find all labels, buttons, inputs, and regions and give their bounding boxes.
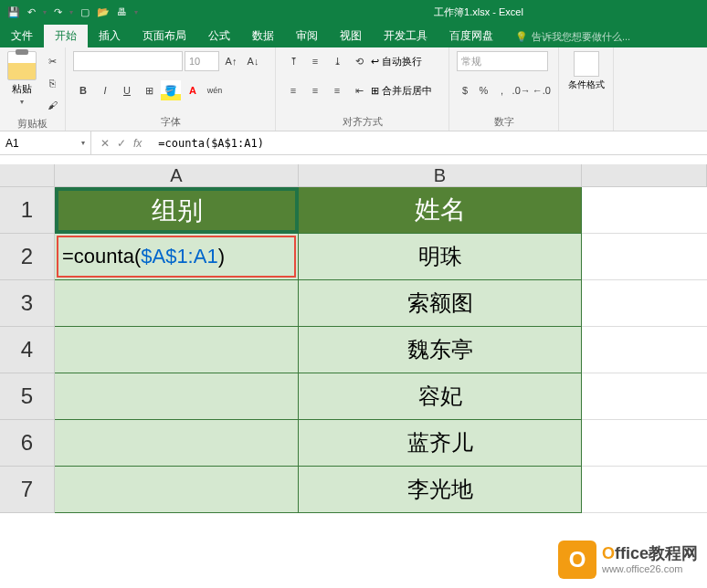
row-header[interactable]: 3: [0, 280, 55, 327]
cell-b4[interactable]: 魏东亭: [299, 327, 582, 373]
align-right-icon[interactable]: ≡: [327, 80, 347, 100]
increase-font-icon[interactable]: A↑: [221, 51, 241, 71]
cell-a6[interactable]: [55, 420, 299, 467]
currency-icon[interactable]: $: [457, 80, 473, 100]
clipboard-label: 剪贴板: [7, 115, 58, 131]
new-icon[interactable]: ▢: [80, 6, 90, 18]
number-format-select[interactable]: [457, 51, 548, 71]
italic-button[interactable]: I: [95, 80, 115, 100]
formula-input[interactable]: =counta($A$1:A1): [151, 137, 707, 150]
alignment-label: 对齐方式: [283, 113, 441, 129]
fill-color-button[interactable]: 🪣: [161, 80, 181, 100]
copy-icon[interactable]: ⎘: [42, 73, 62, 93]
open-icon[interactable]: 📂: [97, 6, 110, 18]
cell-a7[interactable]: [55, 467, 299, 513]
align-middle-icon[interactable]: ≡: [305, 51, 325, 71]
cell-c2[interactable]: [582, 234, 707, 280]
table-row: 3 索额图: [0, 280, 707, 327]
row-header[interactable]: 1: [0, 187, 55, 234]
select-all-corner[interactable]: [0, 164, 55, 187]
row-header[interactable]: 7: [0, 467, 55, 513]
decrease-font-icon[interactable]: A↓: [243, 51, 263, 71]
tab-review[interactable]: 审阅: [285, 25, 329, 47]
tab-data[interactable]: 数据: [241, 25, 285, 47]
cell-c6[interactable]: [582, 420, 707, 467]
tell-me[interactable]: 💡 告诉我您想要做什么...: [504, 26, 641, 47]
font-name-select[interactable]: [73, 51, 183, 71]
tab-home[interactable]: 开始: [44, 25, 88, 47]
redo-dropdown[interactable]: ▾: [69, 8, 73, 16]
cell-c1[interactable]: [582, 187, 707, 234]
row-header[interactable]: 4: [0, 327, 55, 373]
tab-baidu[interactable]: 百度网盘: [438, 25, 504, 47]
name-box[interactable]: A1 ▾: [0, 131, 91, 154]
cell-b7[interactable]: 李光地: [299, 467, 582, 513]
name-box-dropdown[interactable]: ▾: [81, 139, 85, 147]
cell-b5[interactable]: 容妃: [299, 373, 582, 420]
formula-bar: A1 ▾ ✕ ✓ fx =counta($A$1:A1): [0, 131, 707, 155]
watermark-logo-icon: O: [558, 541, 596, 579]
cell-a1[interactable]: 组别: [55, 187, 299, 234]
save-icon[interactable]: 💾: [7, 6, 20, 18]
cell-b1[interactable]: 姓名: [299, 187, 582, 234]
decrease-decimal-icon[interactable]: ←.0: [533, 80, 551, 100]
font-color-button[interactable]: A: [183, 80, 203, 100]
orientation-icon[interactable]: ⟲: [349, 51, 369, 71]
bold-button[interactable]: B: [73, 80, 93, 100]
underline-button[interactable]: U: [117, 80, 137, 100]
border-button[interactable]: ⊞: [139, 80, 159, 100]
redo-icon[interactable]: ↷: [54, 6, 62, 18]
row-header[interactable]: 6: [0, 420, 55, 467]
align-left-icon[interactable]: ≡: [283, 80, 303, 100]
cell-a2[interactable]: =counta($A$1:A1): [55, 234, 299, 280]
col-header-a[interactable]: A: [55, 164, 299, 187]
wrap-icon: ↩: [371, 56, 379, 68]
qat-customize[interactable]: ▾: [134, 8, 138, 16]
table-row: 7 李光地: [0, 467, 707, 513]
font-size-select[interactable]: [185, 51, 219, 71]
merge-button[interactable]: ⊞ 合并后居中: [371, 80, 432, 100]
col-header-b[interactable]: B: [299, 164, 582, 187]
merge-icon: ⊞: [371, 85, 379, 97]
align-center-icon[interactable]: ≡: [305, 80, 325, 100]
format-painter-icon[interactable]: 🖌: [42, 95, 62, 115]
indent-dec-icon[interactable]: ⇤: [349, 80, 369, 100]
tab-developer[interactable]: 开发工具: [373, 25, 438, 47]
tab-insert[interactable]: 插入: [88, 25, 132, 47]
cell-c3[interactable]: [582, 280, 707, 327]
row-header[interactable]: 2: [0, 234, 55, 280]
align-top-icon[interactable]: ⤒: [283, 51, 303, 71]
cell-b6[interactable]: 蓝齐儿: [299, 420, 582, 467]
cell-c4[interactable]: [582, 327, 707, 373]
tab-view[interactable]: 视图: [329, 25, 373, 47]
undo-icon[interactable]: ↶: [27, 6, 36, 18]
cell-b3[interactable]: 索额图: [299, 280, 582, 327]
comma-icon[interactable]: ,: [493, 80, 510, 100]
cell-a5[interactable]: [55, 373, 299, 420]
align-bottom-icon[interactable]: ⤓: [327, 51, 347, 71]
cell-c5[interactable]: [582, 373, 707, 420]
paste-button[interactable]: 粘贴 ▾: [7, 51, 37, 106]
phonetic-button[interactable]: wén: [205, 80, 225, 100]
col-header-c[interactable]: [582, 164, 707, 187]
cond-format-button[interactable]: 条件格式: [568, 51, 605, 91]
cut-icon[interactable]: ✂: [42, 51, 62, 71]
tab-layout[interactable]: 页面布局: [132, 25, 197, 47]
cancel-icon[interactable]: ✕: [100, 137, 110, 150]
increase-decimal-icon[interactable]: .0→: [512, 80, 531, 100]
tab-file[interactable]: 文件: [0, 25, 44, 47]
window-title: 工作簿1.xlsx - Excel: [387, 5, 570, 19]
cell-a4[interactable]: [55, 327, 299, 373]
percent-icon[interactable]: %: [475, 80, 491, 100]
enter-icon[interactable]: ✓: [117, 137, 126, 150]
paste-dropdown[interactable]: ▾: [20, 98, 24, 106]
print-preview-icon[interactable]: 🖶: [117, 6, 127, 17]
wrap-text-button[interactable]: ↩ 自动换行: [371, 51, 422, 71]
tab-formulas[interactable]: 公式: [197, 25, 241, 47]
fx-icon[interactable]: fx: [133, 137, 142, 150]
cell-a3[interactable]: [55, 280, 299, 327]
row-header[interactable]: 5: [0, 373, 55, 420]
cell-c7[interactable]: [582, 467, 707, 513]
undo-dropdown[interactable]: ▾: [43, 8, 47, 16]
cell-b2[interactable]: 明珠: [299, 234, 582, 280]
